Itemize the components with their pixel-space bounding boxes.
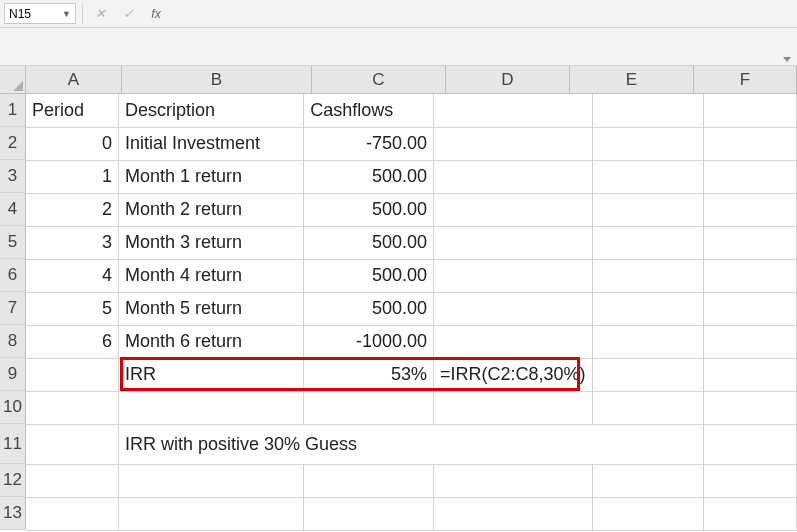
cell[interactable] <box>592 94 704 127</box>
cell[interactable]: Month 4 return <box>118 259 303 292</box>
cell[interactable] <box>304 497 434 530</box>
cell[interactable]: Period <box>26 94 118 127</box>
cell[interactable] <box>704 391 797 424</box>
cell[interactable]: Month 1 return <box>118 160 303 193</box>
cell[interactable]: Initial Investment <box>118 127 303 160</box>
cell[interactable] <box>433 497 592 530</box>
cell[interactable] <box>592 358 704 391</box>
cell[interactable]: 4 <box>26 259 118 292</box>
cell[interactable] <box>433 391 592 424</box>
cell[interactable] <box>26 424 118 464</box>
cell[interactable]: 2 <box>26 193 118 226</box>
cell[interactable] <box>704 226 797 259</box>
cell[interactable] <box>118 497 303 530</box>
select-all-corner[interactable] <box>0 66 26 94</box>
cell[interactable] <box>433 325 592 358</box>
cell[interactable] <box>704 497 797 530</box>
cell[interactable] <box>304 464 434 497</box>
cell[interactable] <box>592 193 704 226</box>
cell[interactable] <box>592 160 704 193</box>
chevron-down-icon[interactable]: ▼ <box>62 9 71 19</box>
cell[interactable] <box>592 292 704 325</box>
cell[interactable] <box>118 464 303 497</box>
confirm-icon[interactable]: ✓ <box>117 6 139 21</box>
col-header[interactable]: F <box>694 66 797 94</box>
cell[interactable] <box>704 358 797 391</box>
cell[interactable] <box>433 160 592 193</box>
cell[interactable] <box>592 497 704 530</box>
row-header[interactable]: 2 <box>0 127 26 160</box>
col-header[interactable]: D <box>446 66 570 94</box>
col-header[interactable]: C <box>312 66 446 94</box>
cell[interactable]: IRR <box>118 358 303 391</box>
cell[interactable] <box>433 259 592 292</box>
cell[interactable]: -1000.00 <box>304 325 434 358</box>
cell[interactable] <box>704 325 797 358</box>
row-header[interactable]: 11 <box>0 424 26 464</box>
cell[interactable] <box>433 292 592 325</box>
cell[interactable]: 500.00 <box>304 226 434 259</box>
cell[interactable] <box>704 94 797 127</box>
cell[interactable] <box>704 127 797 160</box>
cell[interactable]: 5 <box>26 292 118 325</box>
col-header[interactable]: B <box>122 66 312 94</box>
fx-icon[interactable]: fx <box>145 7 167 21</box>
cell[interactable]: Description <box>118 94 303 127</box>
cell[interactable]: 53% <box>304 358 434 391</box>
cell[interactable]: -750.00 <box>304 127 434 160</box>
cell[interactable] <box>592 226 704 259</box>
cell[interactable]: Month 3 return <box>118 226 303 259</box>
row-header[interactable]: 4 <box>0 193 26 226</box>
cell[interactable]: Month 5 return <box>118 292 303 325</box>
formula-bar-expand[interactable] <box>0 28 797 66</box>
row-header[interactable]: 12 <box>0 464 26 497</box>
cell[interactable] <box>433 226 592 259</box>
cell[interactable] <box>118 391 303 424</box>
cell[interactable]: =IRR(C2:C8,30%) <box>433 358 592 391</box>
row-header[interactable]: 1 <box>0 94 26 127</box>
cell[interactable] <box>592 391 704 424</box>
cell[interactable]: 500.00 <box>304 160 434 193</box>
formula-input[interactable] <box>173 3 793 24</box>
cell[interactable] <box>26 497 118 530</box>
cell[interactable] <box>704 464 797 497</box>
row-header[interactable]: 13 <box>0 497 26 530</box>
cell[interactable] <box>433 193 592 226</box>
cell[interactable] <box>592 127 704 160</box>
cells-table[interactable]: Period Description Cashflows 0Initial In… <box>26 94 797 531</box>
name-box[interactable]: N15 ▼ <box>4 3 76 24</box>
row-header[interactable]: 8 <box>0 325 26 358</box>
cell[interactable] <box>592 464 704 497</box>
cell[interactable]: 500.00 <box>304 193 434 226</box>
cell[interactable] <box>26 464 118 497</box>
cell[interactable]: 0 <box>26 127 118 160</box>
cell[interactable] <box>433 464 592 497</box>
row-header[interactable]: 5 <box>0 226 26 259</box>
cell[interactable]: 3 <box>26 226 118 259</box>
cell[interactable]: 6 <box>26 325 118 358</box>
row-header[interactable]: 6 <box>0 259 26 292</box>
cell[interactable]: Month 2 return <box>118 193 303 226</box>
cell[interactable] <box>304 391 434 424</box>
cell[interactable] <box>704 193 797 226</box>
cell[interactable]: 1 <box>26 160 118 193</box>
cell[interactable]: Cashflows <box>304 94 434 127</box>
cell[interactable] <box>433 127 592 160</box>
cell[interactable]: 500.00 <box>304 292 434 325</box>
col-header[interactable]: E <box>570 66 694 94</box>
cell[interactable] <box>433 94 592 127</box>
cell[interactable] <box>704 292 797 325</box>
cell[interactable] <box>704 424 797 464</box>
caption-cell[interactable]: IRR with positive 30% Guess <box>118 424 703 464</box>
col-header[interactable]: A <box>26 66 122 94</box>
cell[interactable] <box>704 259 797 292</box>
cell[interactable]: 500.00 <box>304 259 434 292</box>
cell[interactable] <box>704 160 797 193</box>
cancel-icon[interactable]: ✕ <box>89 6 111 21</box>
cell[interactable] <box>592 325 704 358</box>
row-header[interactable]: 9 <box>0 358 26 391</box>
cell[interactable] <box>26 391 118 424</box>
cell[interactable] <box>26 358 118 391</box>
row-header[interactable]: 7 <box>0 292 26 325</box>
cell[interactable]: Month 6 return <box>118 325 303 358</box>
